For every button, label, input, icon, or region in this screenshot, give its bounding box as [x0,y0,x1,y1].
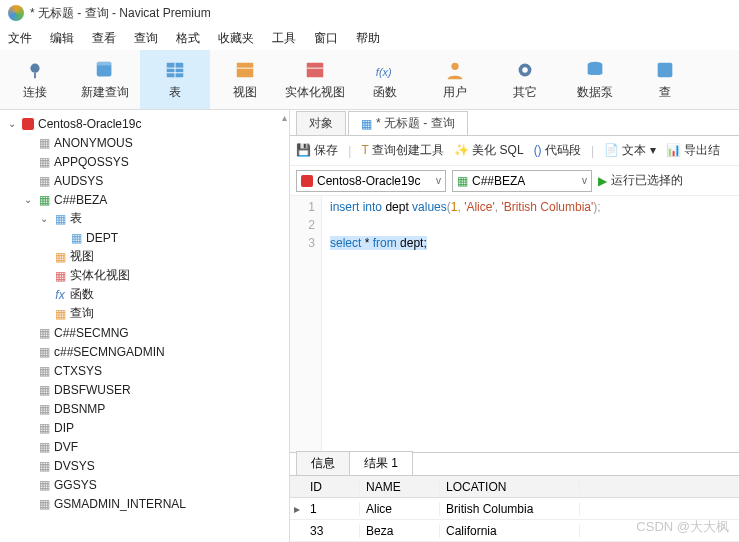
tree-item[interactable]: ▦GSMADMIN_INTERNAL [0,494,289,513]
tree-item[interactable]: ▦DVSYS [0,456,289,475]
tool-plug[interactable]: 连接 [0,50,70,109]
tool-matview[interactable]: 实体化视图 [280,50,350,109]
table-row[interactable]: ▸1AliceBritish Columbia [290,498,739,520]
schema-icon: ▦ [36,154,52,170]
chevron-icon[interactable]: ⌄ [38,213,50,224]
menu-帮助[interactable]: 帮助 [356,30,380,47]
tree-item[interactable]: ⌄Centos8-Oracle19c [0,114,289,133]
text-button[interactable]: 📄 文本 ▾ [604,142,656,159]
schema-select[interactable]: ▦ C##BEZAv [452,170,592,192]
object-tree[interactable]: ▴ ⌄Centos8-Oracle19c▦ANONYMOUS▦APPQOSSYS… [0,110,290,542]
schema-icon: ▦ [36,173,52,189]
tree-item[interactable]: ▦DIP [0,418,289,437]
tree-item[interactable]: ▦CTXSYS [0,361,289,380]
tool-table[interactable]: 表 [140,50,210,109]
tab-result-1[interactable]: 结果 1 [349,451,413,475]
svg-point-0 [30,64,39,73]
connection-select[interactable]: Centos8-Oracle19cv [296,170,446,192]
menu-工具[interactable]: 工具 [272,30,296,47]
menu-收藏夹[interactable]: 收藏夹 [218,30,254,47]
schema-g-icon: ▦ [36,192,52,208]
tool-q[interactable]: 查 [630,50,700,109]
connection-selectors: Centos8-Oracle19cv ▦ C##BEZAv ▶ 运行已选择的 [290,166,739,196]
fx-icon: fx [52,287,68,303]
tab-query[interactable]: ▦ * 无标题 - 查询 [348,111,468,135]
schema-icon: ▦ [36,325,52,341]
table-icon: ▦ [52,211,68,227]
tree-item[interactable]: ▦APPQOSSYS [0,152,289,171]
tree-item[interactable]: ▦查询 [0,304,289,323]
db-icon [581,58,609,82]
chevron-icon[interactable]: ⌄ [22,194,34,205]
menu-查看[interactable]: 查看 [92,30,116,47]
beautify-button[interactable]: ✨ 美化 SQL [454,142,524,159]
schema-icon: ▦ [36,420,52,436]
tool-view[interactable]: 视图 [210,50,280,109]
tree-item[interactable]: ⌄▦C##BEZA [0,190,289,209]
tree-item[interactable]: ▦c##SECMNGADMIN [0,342,289,361]
col-name[interactable]: NAME [360,480,440,494]
result-tabs: 信息 结果 1 [290,452,739,476]
tool-user[interactable]: 用户 [420,50,490,109]
tree-item[interactable]: ▦ANONYMOUS [0,133,289,152]
schema-icon: ▦ [36,344,52,360]
tree-item[interactable]: ▦DBSFWUSER [0,380,289,399]
q-icon [651,58,679,82]
tree-item[interactable]: ⌄▦表 [0,209,289,228]
tool-fx[interactable]: f(x)函数 [350,50,420,109]
menu-bar: 文件编辑查看查询格式收藏夹工具窗口帮助 [0,26,739,50]
svg-rect-16 [658,63,673,78]
save-button[interactable]: 💾 保存 [296,142,338,159]
snippet-button[interactable]: () 代码段 [534,142,581,159]
tree-item[interactable]: fx函数 [0,285,289,304]
user-icon [441,58,469,82]
watermark: CSDN @大大枫 [636,518,729,536]
tab-objects[interactable]: 对象 [296,111,346,135]
menu-查询[interactable]: 查询 [134,30,158,47]
tree-item[interactable]: ▦实体化视图 [0,266,289,285]
tool-db[interactable]: 数据泵 [560,50,630,109]
menu-文件[interactable]: 文件 [8,30,32,47]
tab-info[interactable]: 信息 [296,451,350,475]
tree-item[interactable]: ▦DVF [0,437,289,456]
grid-plus-icon [91,58,119,82]
svg-rect-2 [97,62,112,66]
builder-button[interactable]: T 查询创建工具 [361,142,443,159]
title-bar: * 无标题 - 查询 - Navicat Premium [0,0,739,26]
view-icon: ▦ [52,249,68,265]
scroll-up-icon[interactable]: ▴ [282,112,287,123]
tool-grid-plus[interactable]: 新建查询 [70,50,140,109]
line-gutter: 123 [290,196,322,452]
chevron-icon[interactable]: ⌄ [6,118,18,129]
table-icon [161,58,189,82]
tree-item[interactable]: ▦GGSYS [0,475,289,494]
svg-rect-9 [307,63,324,78]
menu-格式[interactable]: 格式 [176,30,200,47]
menu-窗口[interactable]: 窗口 [314,30,338,47]
svg-point-12 [451,63,458,70]
matview-icon: ▦ [52,268,68,284]
tree-item[interactable]: ▦DBSNMP [0,399,289,418]
fx-icon: f(x) [371,58,399,82]
tree-item[interactable]: ▦AUDSYS [0,171,289,190]
schema-icon: ▦ [36,496,52,512]
conn-red-icon [301,175,313,187]
query-icon: ▦ [52,306,68,322]
schema-icon: ▦ [36,477,52,493]
view-icon [231,58,259,82]
run-selected-button[interactable]: ▶ 运行已选择的 [598,172,683,189]
menu-编辑[interactable]: 编辑 [50,30,74,47]
col-id[interactable]: ID [304,480,360,494]
schema-icon: ▦ [36,382,52,398]
conn-red-icon [20,116,36,132]
col-location[interactable]: LOCATION [440,480,580,494]
export-button[interactable]: 📊 导出结 [666,142,720,159]
tool-gear[interactable]: 其它 [490,50,560,109]
play-icon: ▶ [598,174,607,188]
schema-icon: ▦ [457,174,468,188]
sql-editor[interactable]: 123 insert into dept values(1, 'Alice', … [290,196,739,452]
tree-item[interactable]: ▦C##SECMNG [0,323,289,342]
tree-item[interactable]: ▦DEPT [0,228,289,247]
code-area[interactable]: insert into dept values(1, 'Alice', 'Bri… [322,196,609,452]
tree-item[interactable]: ▦视图 [0,247,289,266]
